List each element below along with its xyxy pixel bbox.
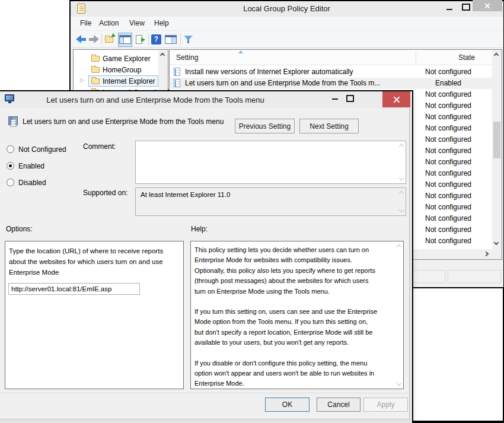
menu-help[interactable]: Help [154, 19, 169, 27]
dialog-titlebar: Let users turn on and use Enterprise Mod… [0, 91, 412, 108]
column-setting[interactable]: Setting [176, 53, 198, 62]
setting-state: Not configured [414, 113, 482, 122]
export-list-icon[interactable] [136, 35, 142, 44]
supported-on-value: At least Internet Explorer 11.0 [141, 191, 230, 198]
help-icon[interactable]: ? [151, 34, 161, 44]
setting-state: Not configured [414, 101, 482, 110]
menu-bar: FileActionViewHelp [71, 17, 503, 31]
setting-state: Not configured [414, 203, 482, 212]
list-row[interactable]: Install new versions of Internet Explore… [170, 66, 492, 78]
setting-state: Not configured [414, 68, 482, 77]
tree-item-label: Game Explorer [103, 55, 151, 63]
forward-icon[interactable] [88, 35, 100, 43]
previous-setting-button[interactable]: Previous Setting [235, 119, 295, 133]
setting-state: Not configured [414, 225, 482, 234]
gp-minimize-button[interactable] [446, 9, 452, 10]
setting-state: Not configured [414, 147, 482, 155]
show-console-tree-icon[interactable] [118, 33, 132, 47]
scrollbar-thumb[interactable] [493, 122, 500, 158]
radio-label: Not Configured [18, 145, 66, 154]
screen: Local Group Policy Editor FileActionView… [0, 0, 504, 423]
gp-window-title: Local Group Policy Editor [71, 4, 503, 13]
comment-textarea[interactable] [135, 141, 406, 184]
policy-setting-icon [8, 116, 18, 125]
setting-icon [174, 79, 180, 87]
radio-not-configured[interactable] [7, 145, 14, 153]
setting-state: Enabled [414, 79, 482, 88]
gp-toolbar: ? [71, 31, 503, 48]
expander-icon[interactable]: ▷ [80, 77, 84, 83]
comment-label: Comment: [83, 142, 116, 151]
report-url-input[interactable]: http://server01.local:81/EmIE.asp [8, 283, 140, 295]
radio-label: Disabled [18, 179, 46, 187]
dialog-maximize-button[interactable] [346, 95, 354, 102]
back-icon[interactable] [75, 35, 87, 43]
setting-state: Not configured [414, 169, 482, 178]
dialog-content: Let users turn on and use Enterprise Mod… [0, 108, 410, 419]
help-label: Help: [191, 225, 208, 233]
gp-close-button[interactable] [473, 0, 502, 11]
folder-icon [91, 67, 100, 73]
gp-maximize-button[interactable] [462, 4, 470, 11]
radio-enabled[interactable] [7, 162, 14, 170]
show-action-pane-icon[interactable] [165, 35, 177, 44]
options-label: Options: [6, 225, 33, 233]
options-panel: Type the location (URL) of where to rece… [5, 241, 184, 389]
tree-item-label: HomeGroup [103, 66, 141, 74]
footer-divider [0, 393, 409, 393]
options-description: Type the location (URL) of where to rece… [9, 246, 180, 278]
tree-item[interactable]: HomeGroup [74, 64, 168, 75]
cancel-button[interactable]: Cancel [317, 397, 361, 412]
dialog-close-button[interactable] [382, 91, 410, 107]
setting-state: Not configured [414, 237, 482, 246]
setting-state: Not configured [414, 192, 482, 201]
help-text: This policy setting lets you decide whet… [194, 245, 393, 399]
filter-icon[interactable] [184, 36, 193, 43]
setting-icon [174, 68, 180, 76]
dialog-minimize-button[interactable] [332, 98, 338, 100]
radio-disabled[interactable] [7, 179, 14, 186]
up-folder-icon[interactable] [105, 37, 113, 43]
folder-icon [91, 78, 100, 84]
menu-view[interactable]: View [129, 19, 145, 27]
screen-edge-bottom [412, 421, 504, 423]
list-vscrollbar[interactable] [492, 50, 502, 249]
setting-state: Not configured [414, 214, 482, 223]
gp-titlebar: Local Group Policy Editor [71, 1, 503, 17]
supported-on-label: Supported on: [83, 189, 127, 197]
setting-state: Not configured [414, 124, 482, 133]
setting-name: Let users turn on and use Enterprise Mod… [185, 79, 385, 88]
setting-name: Install new versions of Internet Explore… [185, 68, 385, 77]
policy-heading: Let users turn on and use Enterprise Mod… [23, 117, 230, 126]
setting-state: Not configured [414, 90, 482, 99]
next-setting-button[interactable]: Next Setting [299, 119, 359, 133]
list-header: Setting State [170, 50, 502, 65]
status-bar-cell-2 [448, 270, 501, 283]
supported-on-textarea[interactable]: At least Internet Explorer 11.0 [135, 187, 406, 216]
folder-icon [91, 56, 100, 62]
tree-item[interactable]: Game Explorer [74, 53, 168, 64]
list-row[interactable]: Let users turn on and use Enterprise Mod… [170, 78, 492, 89]
help-panel: This policy setting lets you decide whet… [190, 241, 404, 389]
column-state[interactable]: State [458, 53, 475, 62]
tree-item[interactable]: ▷Internet Explorer [74, 75, 168, 87]
sort-ascending-icon [238, 50, 243, 53]
menu-action[interactable]: Action [99, 19, 119, 27]
menu-file[interactable]: File [80, 19, 91, 27]
setting-state: Not configured [414, 158, 482, 167]
ok-button[interactable]: OK [265, 397, 310, 412]
radio-label: Enabled [18, 162, 44, 170]
setting-state: Not configured [414, 180, 482, 189]
tree-item-label: Internet Explorer [103, 77, 155, 85]
apply-button[interactable]: Apply [363, 397, 408, 412]
setting-state: Not configured [414, 135, 482, 144]
dialog-title: Let users turn on and use Enterprise Mod… [0, 96, 312, 104]
